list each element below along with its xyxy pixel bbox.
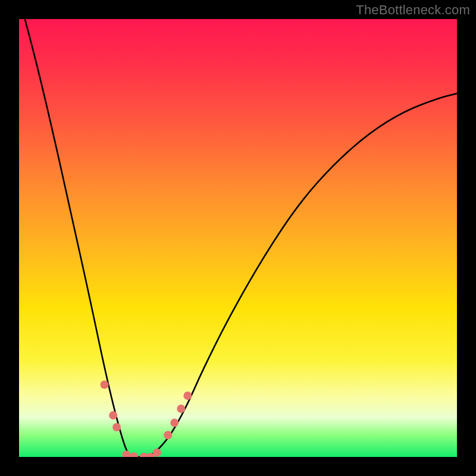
highlight-dot — [170, 419, 178, 427]
highlight-dot — [109, 411, 117, 419]
curve-svg — [19, 19, 457, 457]
watermark-text: TheBottleneck.com — [356, 2, 470, 18]
highlight-dots-group — [101, 381, 192, 457]
curve-line — [19, 19, 457, 457]
highlight-dot — [130, 452, 138, 457]
highlight-dot — [122, 450, 130, 457]
plot-area — [19, 19, 457, 457]
outer-frame: TheBottleneck.com — [0, 0, 476, 476]
highlight-dot — [183, 392, 192, 400]
highlight-dot — [177, 405, 185, 413]
highlight-dot — [112, 423, 121, 431]
highlight-dot — [153, 449, 161, 457]
highlight-dot — [101, 381, 109, 389]
highlight-dot — [164, 431, 172, 439]
